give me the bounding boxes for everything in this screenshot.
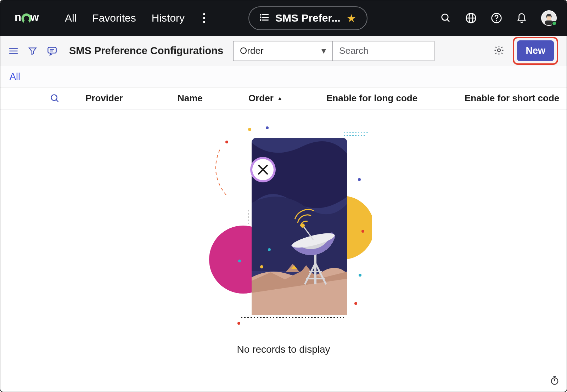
svg-rect-2 <box>24 21 29 23</box>
sort-ascending-icon: ▲ <box>277 95 283 102</box>
svg-point-26 <box>498 49 500 52</box>
empty-state: No records to display <box>0 109 567 355</box>
avatar[interactable] <box>541 10 557 26</box>
svg-line-11 <box>447 19 449 22</box>
nav-all[interactable]: All <box>65 12 77 24</box>
context-label: SMS Prefer... <box>275 12 340 24</box>
column-enable-long-code[interactable]: Enable for long code <box>326 93 465 104</box>
new-button[interactable]: New <box>517 40 554 61</box>
global-header: n w All Favorites History SMS Prefer... … <box>0 0 567 36</box>
column-order-label: Order <box>248 93 274 104</box>
new-button-highlight: New <box>513 37 558 65</box>
svg-point-10 <box>442 14 448 21</box>
svg-point-27 <box>51 95 57 101</box>
star-icon: ★ <box>347 12 356 24</box>
svg-rect-23 <box>48 47 56 53</box>
svg-point-8 <box>260 17 261 18</box>
response-time-icon[interactable] <box>550 375 560 387</box>
filter-field-select[interactable]: Order ▾ <box>233 41 332 61</box>
column-name[interactable]: Name <box>178 93 248 104</box>
breadcrumb-bar: All <box>0 66 567 87</box>
globe-icon[interactable] <box>465 12 477 24</box>
search-input[interactable] <box>332 41 434 61</box>
column-search-icon[interactable] <box>50 93 60 105</box>
help-icon[interactable] <box>491 12 502 24</box>
presence-indicator <box>552 21 557 26</box>
chevron-down-icon: ▾ <box>321 45 326 56</box>
svg-point-9 <box>260 20 261 21</box>
bell-icon[interactable] <box>516 12 527 24</box>
logo[interactable]: n w <box>10 12 53 24</box>
primary-nav: All Favorites History <box>65 10 208 26</box>
nav-more-icon[interactable] <box>200 10 208 26</box>
context-tab[interactable]: SMS Prefer... ★ <box>248 6 367 30</box>
empty-illustration <box>195 125 372 334</box>
activity-stream-icon[interactable] <box>47 46 57 56</box>
list-toolbar: SMS Preference Configurations Order ▾ Ne… <box>0 36 567 66</box>
svg-point-16 <box>496 21 497 21</box>
svg-point-47 <box>268 248 271 251</box>
svg-rect-18 <box>547 16 551 20</box>
header-utilities <box>440 10 557 26</box>
nav-history[interactable]: History <box>152 12 185 24</box>
menu-icon[interactable] <box>9 47 18 55</box>
svg-line-28 <box>56 100 58 102</box>
table-header: Provider Name Order ▲ Enable for long co… <box>0 87 567 109</box>
filter-field-value: Order <box>240 45 263 56</box>
page-title: SMS Preference Configurations <box>69 45 223 57</box>
filter-icon[interactable] <box>28 46 37 56</box>
svg-text:w: w <box>30 12 39 23</box>
column-enable-short-code[interactable]: Enable for short code <box>465 93 567 104</box>
column-provider[interactable]: Provider <box>85 93 178 104</box>
svg-point-7 <box>260 14 261 15</box>
svg-text:n: n <box>15 12 21 23</box>
breadcrumb-all[interactable]: All <box>10 71 20 82</box>
empty-message: No records to display <box>237 344 330 355</box>
list-icon <box>260 13 269 23</box>
gear-icon[interactable] <box>494 45 504 57</box>
search-icon[interactable] <box>440 13 451 23</box>
column-order[interactable]: Order ▲ <box>248 93 326 104</box>
nav-favorites[interactable]: Favorites <box>92 12 136 24</box>
